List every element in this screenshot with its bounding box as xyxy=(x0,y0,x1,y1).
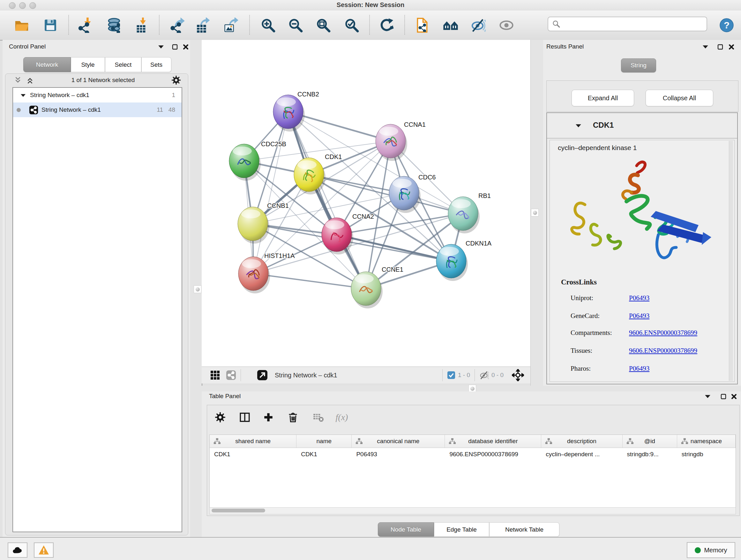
zoom-fit-button[interactable] xyxy=(316,17,331,33)
panel-menu-icon[interactable] xyxy=(702,44,709,50)
import-table-button[interactable] xyxy=(134,17,149,33)
network-node-CCNA1[interactable]: CCNA1 xyxy=(376,121,426,161)
network-collection-row[interactable]: String Network – cdk1 1 xyxy=(13,88,182,103)
column-header-name[interactable]: name xyxy=(296,435,352,448)
network-options-gear-icon[interactable] xyxy=(172,75,181,85)
results-scrollbar[interactable] xyxy=(729,141,733,381)
help-button[interactable] xyxy=(719,17,734,33)
save-session-button[interactable] xyxy=(43,17,58,33)
tab-style[interactable]: Style xyxy=(71,57,105,72)
column-header--id[interactable]: @id xyxy=(623,435,677,448)
column-header-database-identifier[interactable]: database identifier xyxy=(445,435,541,448)
entry-expander-icon[interactable] xyxy=(575,123,582,129)
hide-selected-button[interactable] xyxy=(470,17,486,33)
scrollbar-thumb[interactable] xyxy=(212,509,265,512)
left-splitter-handle[interactable] xyxy=(194,286,201,293)
selected-checkbox-icon[interactable] xyxy=(447,371,455,379)
column-header-description[interactable]: description xyxy=(541,435,622,448)
birds-eye-crosshair-icon[interactable] xyxy=(512,369,524,381)
table-cell[interactable]: P06493 xyxy=(352,448,445,461)
panel-float-icon[interactable] xyxy=(717,44,724,50)
expand-all-networks-icon[interactable] xyxy=(13,77,23,84)
crosslink-link[interactable]: P06493 xyxy=(629,365,650,372)
panel-float-icon[interactable] xyxy=(720,393,727,400)
network-edge-HIST1H1A-CCNE1[interactable] xyxy=(253,273,366,289)
tab-string[interactable]: String xyxy=(621,58,656,72)
show-columns-button[interactable] xyxy=(238,410,252,424)
memory-button[interactable]: Memory xyxy=(687,542,735,558)
right-splitter-handle[interactable] xyxy=(531,209,539,216)
table-cell[interactable]: stringdb:9... xyxy=(623,448,677,461)
zoom-in-button[interactable] xyxy=(260,17,276,33)
network-node-RB1[interactable]: RB1 xyxy=(448,192,491,233)
right-splitter[interactable] xyxy=(530,40,544,386)
grid-view-icon[interactable] xyxy=(210,370,220,380)
export-image-button[interactable] xyxy=(223,17,239,33)
delete-table-button[interactable] xyxy=(312,410,326,424)
crosslink-link[interactable]: 9606.ENSP00000378699 xyxy=(629,329,697,336)
table-row[interactable]: CDK1CDK1P064939606.ENSP00000378699cyclin… xyxy=(210,448,736,461)
warnings-button[interactable] xyxy=(34,543,54,558)
tab-node-table[interactable]: Node Table xyxy=(378,522,434,537)
clone-network-button[interactable] xyxy=(414,17,430,33)
table-horizontal-scrollbar[interactable] xyxy=(209,507,736,514)
apply-layout-button[interactable] xyxy=(379,17,394,33)
create-column-button[interactable] xyxy=(261,410,275,424)
table-cell[interactable]: 9606.ENSP00000378699 xyxy=(445,448,541,461)
tab-sets[interactable]: Sets xyxy=(141,57,172,72)
network-edge-CCNB2-CCNE1[interactable] xyxy=(288,112,366,289)
network-canvas[interactable]: CCNB2CCNA1CDC25BCDK1CDC6RB1CCNB1CCNA2CDK… xyxy=(202,40,530,367)
string-view-badge-icon[interactable] xyxy=(226,370,236,380)
delete-column-button[interactable] xyxy=(286,410,300,424)
panel-float-icon[interactable] xyxy=(172,44,178,50)
export-table-button[interactable] xyxy=(195,17,210,33)
node-entry-header[interactable]: CDK1 xyxy=(547,113,737,138)
table-cell[interactable]: CDK1 xyxy=(296,448,352,461)
panel-menu-icon[interactable] xyxy=(158,44,164,50)
table-cell[interactable]: stringdb xyxy=(677,448,736,461)
network-edge-CCNB2-HIST1H1A[interactable] xyxy=(253,112,288,273)
panel-menu-icon[interactable] xyxy=(704,393,711,399)
tab-network[interactable]: Network xyxy=(23,57,71,72)
network-edge-CCNA2-CDKN1A[interactable] xyxy=(337,235,451,261)
table-options-gear-button[interactable] xyxy=(213,410,227,424)
first-neighbors-button[interactable] xyxy=(443,17,458,33)
horizontal-splitter[interactable] xyxy=(202,386,741,392)
collapse-all-networks-icon[interactable] xyxy=(25,77,35,84)
tab-edge-table[interactable]: Edge Table xyxy=(434,522,489,537)
import-network-from-database-button[interactable] xyxy=(105,17,120,33)
column-header-shared-name[interactable]: shared name xyxy=(210,435,296,448)
network-node-CCNB1[interactable]: CCNB1 xyxy=(238,202,289,244)
import-network-button[interactable] xyxy=(77,17,92,33)
table-cell[interactable]: cyclin–dependent ... xyxy=(541,448,622,461)
function-builder-button[interactable]: f(x) xyxy=(335,410,349,424)
panel-close-icon[interactable] xyxy=(728,44,735,50)
network-graph[interactable]: CCNB2CCNA1CDC25BCDK1CDC6RB1CCNB1CCNA2CDK… xyxy=(202,40,530,367)
column-header-namespace[interactable]: namespace xyxy=(677,435,736,448)
network-node-CDK1[interactable]: CDK1 xyxy=(294,153,342,194)
tab-network-table[interactable]: Network Table xyxy=(489,522,559,537)
tab-select[interactable]: Select xyxy=(105,57,141,72)
open-session-button[interactable] xyxy=(14,17,29,33)
expand-all-button[interactable]: Expand All xyxy=(571,90,634,106)
crosslink-link[interactable]: P06493 xyxy=(629,294,650,302)
left-splitter[interactable] xyxy=(190,40,202,537)
zoom-out-button[interactable] xyxy=(288,17,303,33)
network-row-selected[interactable]: String Network – cdk1 11 48 xyxy=(13,103,182,117)
search-input[interactable] xyxy=(563,20,703,28)
table-cell[interactable]: CDK1 xyxy=(210,448,296,461)
show-all-button[interactable] xyxy=(499,17,514,33)
cloud-status-button[interactable] xyxy=(8,543,27,558)
network-node-HIST1H1A[interactable]: HIST1H1A xyxy=(239,252,295,294)
export-network-button[interactable] xyxy=(170,17,185,33)
panel-close-icon[interactable] xyxy=(183,44,189,50)
collapse-all-button[interactable]: Collapse All xyxy=(646,90,713,106)
panel-close-icon[interactable] xyxy=(731,393,737,400)
collection-expander-icon[interactable] xyxy=(20,92,26,98)
network-node-CDKN1A[interactable]: CDKN1A xyxy=(436,240,492,281)
open-in-window-icon[interactable] xyxy=(257,370,268,381)
crosslink-link[interactable]: P06493 xyxy=(629,312,650,320)
crosslink-link[interactable]: 9606.ENSP00000378699 xyxy=(629,347,697,354)
zoom-selected-button[interactable] xyxy=(344,17,359,33)
column-header-canonical-name[interactable]: canonical name xyxy=(352,435,445,448)
